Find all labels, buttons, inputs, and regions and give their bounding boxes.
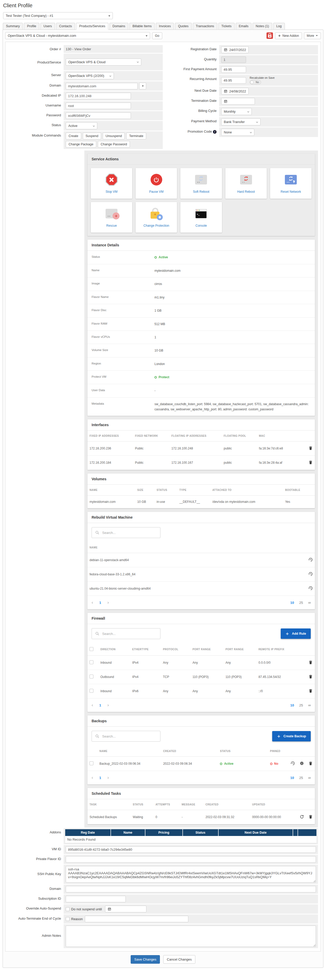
page-next[interactable]: ›	[108, 600, 109, 605]
module-change-password-button[interactable]: Change Password	[98, 141, 130, 148]
soft-reboot-tile[interactable]: Soft Reboot	[180, 168, 222, 199]
vm-id-input[interactable]	[66, 846, 316, 853]
module-terminate-button[interactable]: Terminate	[126, 133, 146, 139]
dedicated-ip-input[interactable]	[66, 93, 131, 99]
page-size-25[interactable]: 25	[299, 703, 303, 707]
registration-date-input[interactable]: 24/07/2022	[221, 46, 248, 53]
page-next[interactable]: ›	[108, 775, 109, 780]
tab-domains[interactable]: Domains	[109, 23, 128, 30]
page-prev[interactable]: ‹	[92, 600, 93, 605]
promotion-code-select[interactable]: None	[221, 129, 254, 136]
password-input[interactable]	[66, 113, 131, 119]
next-due-date-input[interactable]: 24/08/2022	[221, 88, 248, 95]
page-number[interactable]: 1	[99, 601, 101, 605]
page-size-10[interactable]: 10	[290, 601, 294, 605]
pause-vm-tile[interactable]: Pause VM	[136, 168, 177, 199]
firewall-search[interactable]	[92, 628, 160, 639]
subscription-id-input[interactable]	[66, 896, 126, 902]
termination-date-input[interactable]	[221, 98, 255, 105]
order-value[interactable]: 130 - View Order	[66, 47, 91, 51]
product-service-select[interactable]: OpenStack VPS & Cloud	[66, 59, 141, 65]
private-flavor-id-input[interactable]	[66, 856, 316, 863]
module-create-button[interactable]: Create	[66, 133, 81, 139]
tab-products-services[interactable]: Products/Services	[76, 23, 108, 30]
tab-log[interactable]: Log	[273, 23, 285, 30]
stop-vm-tile[interactable]: Stop VM	[91, 168, 132, 199]
row-checkbox[interactable]	[90, 689, 93, 693]
add-rule-button[interactable]: Add Rule	[281, 628, 311, 639]
first-payment-input[interactable]	[221, 66, 246, 73]
reset-network-tile[interactable]: Reset Network	[270, 168, 312, 199]
tab-contacts[interactable]: Contacts	[56, 23, 75, 30]
delete-interface-icon[interactable]	[309, 460, 313, 465]
delete-task-icon[interactable]	[309, 815, 313, 819]
select-all-checkbox[interactable]	[90, 647, 93, 651]
page-size-all[interactable]: ∞	[308, 600, 311, 605]
admin-notes-textarea[interactable]	[66, 926, 316, 947]
hard-reboot-tile[interactable]: Hard Reboot	[225, 168, 267, 199]
restore-backup-icon[interactable]	[291, 761, 295, 765]
domain-extra-input[interactable]	[66, 886, 316, 892]
recurring-amount-input[interactable]	[221, 77, 246, 84]
more-button[interactable]: More	[304, 32, 321, 39]
rebuild-image-icon[interactable]	[309, 557, 313, 562]
tab-quotes[interactable]: Quotes	[175, 23, 191, 30]
delete-backup-icon[interactable]	[309, 761, 313, 765]
tab-tickets[interactable]: Tickets	[218, 23, 235, 30]
delete-rule-icon[interactable]	[309, 689, 313, 693]
auto-terminate-checkbox[interactable]	[66, 917, 70, 921]
console-tile[interactable]: >_ Console	[180, 202, 222, 232]
domain-input[interactable]	[66, 83, 138, 89]
page-prev[interactable]: ‹	[92, 775, 93, 780]
rebuild-search-input[interactable]	[102, 531, 157, 535]
tab-notes[interactable]: Notes (1)	[253, 23, 272, 30]
terminate-reason-input[interactable]	[85, 916, 188, 922]
domain-dropdown-button[interactable]	[139, 83, 146, 89]
delete-interface-icon[interactable]	[309, 446, 313, 450]
tab-users[interactable]: Users	[40, 23, 55, 30]
page-number[interactable]: 1	[99, 776, 101, 780]
delete-rule-icon[interactable]	[309, 674, 313, 679]
row-checkbox[interactable]	[90, 660, 93, 664]
tab-billable-items[interactable]: Billable Items	[129, 23, 155, 30]
tab-emails[interactable]: Emails	[236, 23, 252, 30]
firewall-search-input[interactable]	[102, 632, 157, 636]
tab-transactions[interactable]: Transactions	[193, 23, 217, 30]
go-button[interactable]: Go	[152, 32, 162, 39]
row-checkbox[interactable]	[90, 761, 93, 765]
service-select[interactable]: OpenStack VPS & Cloud - mytestdomain.com	[5, 32, 150, 39]
tab-profile[interactable]: Profile	[24, 23, 39, 30]
rescue-tile[interactable]: Rescue	[91, 202, 132, 232]
lock-icon[interactable]	[266, 32, 273, 39]
page-next[interactable]: ›	[108, 703, 109, 708]
status-select[interactable]: Active	[66, 122, 97, 129]
client-select[interactable]: Test Tester (Test Company) - #1	[3, 12, 113, 19]
tab-invoices[interactable]: Invoices	[156, 23, 174, 30]
page-size-10[interactable]: 10	[290, 703, 294, 707]
page-size-25[interactable]: 25	[299, 776, 303, 780]
row-checkbox[interactable]	[90, 675, 93, 678]
page-prev[interactable]: ‹	[92, 703, 93, 708]
rebuild-image-icon[interactable]	[309, 586, 313, 590]
backups-search-input[interactable]	[102, 734, 157, 738]
info-icon[interactable]: i	[213, 130, 217, 134]
page-size-10[interactable]: 10	[290, 776, 294, 780]
save-changes-button[interactable]: Save Changes	[131, 955, 160, 964]
override-auto-suspend-checkbox[interactable]	[66, 907, 70, 911]
delete-rule-icon[interactable]	[309, 660, 313, 665]
backup-settings-gear-icon[interactable]	[300, 761, 304, 765]
rebuild-image-icon[interactable]	[309, 572, 313, 576]
page-size-25[interactable]: 25	[299, 601, 303, 605]
module-suspend-button[interactable]: Suspend	[83, 133, 101, 139]
cancel-changes-button[interactable]: Cancel Changes	[163, 955, 195, 964]
server-select[interactable]: OpenStack VPS (2/200)	[66, 72, 114, 79]
suspend-until-date-input[interactable]	[105, 906, 146, 912]
module-unsuspend-button[interactable]: Unsuspend	[103, 133, 125, 139]
username-input[interactable]	[66, 103, 131, 109]
page-size-all[interactable]: ∞	[308, 703, 311, 707]
module-change-package-button[interactable]: Change Package	[66, 141, 96, 148]
change-protection-tile[interactable]: Change Protection	[136, 202, 177, 232]
payment-method-select[interactable]: Bank Transfer	[221, 118, 261, 126]
tab-summary[interactable]: Summary	[3, 23, 23, 30]
ssh-public-key-textarea[interactable]: ssh-rsa AAAAB3NzaC1yc2EAAAADAQABAAABAQCp…	[66, 866, 316, 883]
